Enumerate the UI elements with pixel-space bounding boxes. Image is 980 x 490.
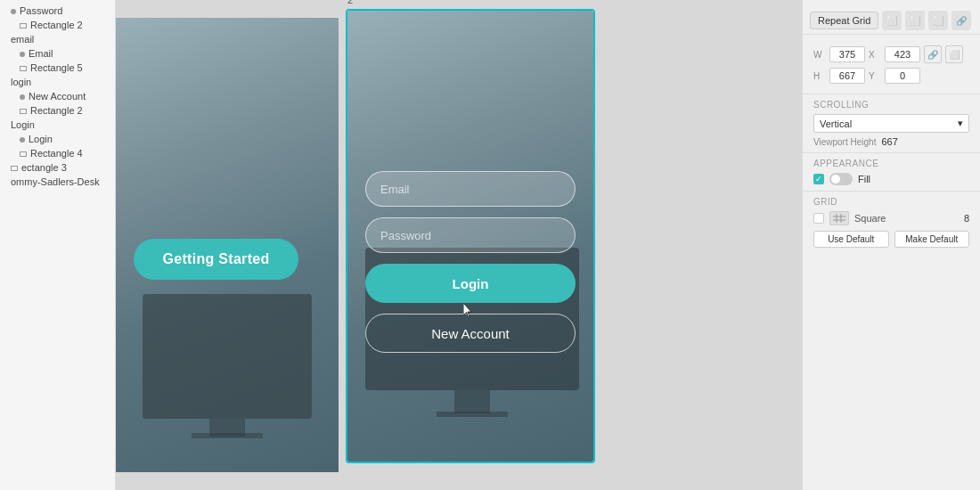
- link-icon-btn[interactable]: 🔗: [951, 11, 971, 30]
- viewport-height-value[interactable]: 667: [881, 136, 897, 147]
- monitor-silhouette: [143, 294, 312, 419]
- login-form: Email Password Login New Account: [365, 171, 576, 353]
- x-label: X: [869, 50, 881, 60]
- frame2-wrapper: 2 Email Password: [346, 9, 595, 463]
- layer-rect3[interactable]: ectangle 3: [0, 160, 115, 175]
- canvas-area[interactable]: Getting Started 2 Email: [116, 0, 802, 490]
- grid-type-label: Square: [854, 213, 959, 224]
- w-value[interactable]: 375: [829, 46, 865, 62]
- grid-pattern-icon[interactable]: [829, 211, 849, 225]
- layer-new-account[interactable]: New Account: [0, 89, 115, 103]
- monitor-base: [192, 433, 263, 438]
- grid-title: GRID: [813, 197, 969, 207]
- password-input[interactable]: Password: [365, 217, 576, 253]
- appearance-section: APPEARANCE ✓ Fill: [803, 153, 980, 192]
- email-input[interactable]: Email: [365, 171, 576, 207]
- right-toolbar: Repeat Grid ⬜ ⬜ ⬜ 🔗: [803, 7, 980, 35]
- lock-icon-btn[interactable]: ⬜: [928, 11, 948, 30]
- copy-icon-btn[interactable]: ⬜: [882, 11, 902, 30]
- layer-rect2[interactable]: Rectangle 2: [0, 18, 115, 32]
- y-value[interactable]: 0: [885, 68, 920, 84]
- scrolling-title: SCROLLING: [813, 100, 969, 110]
- layer-rect5[interactable]: Rectangle 5: [0, 61, 115, 75]
- frame2-stand: [454, 390, 490, 413]
- layers-panel: Password Rectangle 2 email Email Rectang…: [0, 0, 116, 490]
- viewport-height-label: Viewport Height: [813, 137, 876, 147]
- chevron-down-icon: ▾: [958, 118, 963, 129]
- copy-icon2[interactable]: ⬜: [945, 45, 963, 63]
- grid-count[interactable]: 8: [964, 213, 969, 224]
- fill-checkbox[interactable]: ✓: [813, 174, 824, 184]
- frame2-base: [437, 412, 508, 417]
- layer-email-group[interactable]: email: [0, 32, 115, 46]
- login-button[interactable]: Login: [365, 264, 576, 303]
- scrolling-section: SCROLLING Vertical ▾ Viewport Height 667: [803, 94, 980, 153]
- layer-email[interactable]: Email: [0, 46, 115, 61]
- grid-checkbox[interactable]: [813, 213, 824, 224]
- paste-icon-btn[interactable]: ⬜: [905, 11, 925, 30]
- fill-toggle[interactable]: [829, 173, 853, 185]
- link-dimensions-icon[interactable]: 🔗: [924, 45, 942, 63]
- y-label: Y: [869, 71, 881, 81]
- layer-rect2b[interactable]: Rectangle 2: [0, 103, 115, 118]
- frame2-label: 2: [347, 0, 353, 5]
- layer-login-group2[interactable]: Login: [0, 118, 115, 132]
- frame1: Getting Started: [116, 18, 339, 472]
- grid-section: GRID Square 8 Use Default Make Default: [803, 192, 980, 253]
- getting-started-button[interactable]: Getting Started: [134, 239, 298, 280]
- layer-login-group[interactable]: login: [0, 75, 115, 89]
- layer-tommy[interactable]: ommy-Sadlers-Desk: [0, 175, 115, 189]
- dimensions-section: W 375 X 423 🔗 ⬜ H 667 Y 0: [803, 40, 980, 94]
- use-default-button[interactable]: Use Default: [813, 231, 889, 248]
- appearance-title: APPEARANCE: [813, 159, 969, 168]
- scrolling-dropdown[interactable]: Vertical ▾: [813, 114, 969, 133]
- repeat-grid-button[interactable]: Repeat Grid: [810, 12, 878, 29]
- layer-rect4[interactable]: Rectangle 4: [0, 146, 115, 160]
- new-account-button[interactable]: New Account: [365, 314, 576, 353]
- make-default-button[interactable]: Make Default: [894, 231, 970, 248]
- h-value[interactable]: 667: [829, 68, 865, 84]
- login-frame: Email Password Login New Account: [346, 9, 595, 463]
- fill-label: Fill: [858, 174, 870, 184]
- x-value[interactable]: 423: [885, 46, 920, 62]
- h-label: H: [813, 71, 826, 81]
- w-label: W: [813, 50, 826, 60]
- layer-password[interactable]: Password: [0, 4, 115, 18]
- right-panel: Repeat Grid ⬜ ⬜ ⬜ 🔗 W 375 X 423 🔗 ⬜ H 66…: [802, 0, 980, 490]
- layer-login-text[interactable]: Login: [0, 132, 115, 146]
